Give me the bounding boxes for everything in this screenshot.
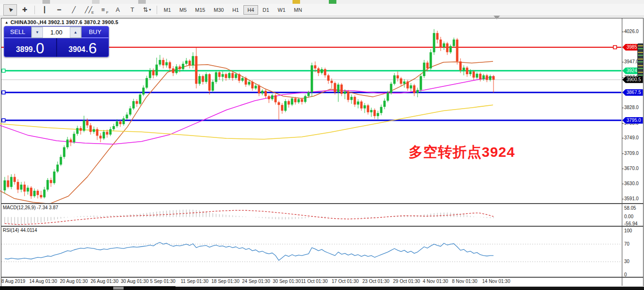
- date-label: 18 Sep 01:30: [211, 279, 240, 284]
- rsi-label: RSI(14) 44.0114: [3, 228, 37, 233]
- buy-price-main: 3904: [68, 46, 85, 53]
- price-tick-dash: [622, 184, 624, 184]
- timeframe-button-m1[interactable]: M1: [160, 5, 175, 15]
- sell-price-dot: .: [33, 46, 35, 53]
- macd-scale-label: -56.94: [624, 221, 637, 226]
- date-label: 8 Aug 2019: [1, 279, 25, 284]
- price-tick-dash: [622, 77, 624, 78]
- date-label: 20 Aug 01:30: [60, 279, 88, 284]
- chart-text-annotation: 多空转折点3924: [409, 143, 515, 162]
- clipped-icon: [138, 0, 146, 4]
- timeframe-button-mn[interactable]: MN: [290, 5, 306, 15]
- price-axis-divider: [622, 18, 622, 286]
- buy-price-dot: .: [86, 46, 88, 53]
- date-label: 14 Nov 01:30: [482, 279, 510, 284]
- price-tick-dash: [622, 138, 624, 138]
- chart-area[interactable]: [1, 18, 644, 287]
- drawing-tools-group: ►✚┃━╱╱╱E≡FAT⇅▾: [3, 4, 159, 16]
- equidistant-channel-tool[interactable]: ╱╱E: [82, 4, 95, 16]
- sell-button[interactable]: SELL: [4, 26, 31, 38]
- date-label: 11 Sep 01:30: [181, 279, 209, 284]
- toolbar-separator: [157, 6, 157, 14]
- sell-price[interactable]: 3899.0: [4, 38, 56, 57]
- date-label: 24 Sep 01:30: [242, 279, 270, 284]
- timeframe-group: M1M5M15M30H1H4D1W1MN: [159, 5, 306, 15]
- bottom-bar-segment: [176, 286, 644, 290]
- clipped-icon: [42, 0, 50, 4]
- timeframe-button-m30[interactable]: M30: [210, 5, 227, 15]
- price-tick-dash: [622, 154, 624, 154]
- chart-title: ▲CHINA300-,H4 3902.1 3907.6 3870.2 3900.…: [5, 19, 118, 25]
- date-label: 11 Oct 01:30: [301, 279, 328, 284]
- volume-value[interactable]: 1.00: [43, 27, 70, 38]
- trendline-tool[interactable]: ╱: [67, 4, 81, 16]
- cursor-tool[interactable]: ►: [3, 4, 17, 16]
- chart-title-text: CHINA300-,H4 3902.1 3907.6 3870.2 3900.5: [10, 19, 118, 25]
- pane-divider-macd[interactable]: [1, 203, 643, 204]
- date-label: 30 Aug 01:30: [121, 279, 149, 284]
- price-tick-label: 3630.0: [624, 181, 639, 186]
- timeframe-button-w1[interactable]: W1: [274, 5, 290, 15]
- one-click-trade-panel: SELL ▼ 1.00 ▲ BUY 3899.0 3904.6: [4, 26, 109, 57]
- volume-increase-button[interactable]: ▲: [70, 27, 81, 38]
- price-tick-dash: [622, 62, 624, 62]
- price-badge-3867.5: 3867.5: [622, 89, 643, 96]
- price-tick-label: 3749.0: [624, 135, 639, 140]
- timeframe-button-h1[interactable]: H1: [228, 5, 243, 15]
- clipped-icon: [329, 0, 336, 4]
- date-label: 14 Aug 01:30: [29, 279, 57, 284]
- macd-label: MACD(12,26,9) -7.34 3.87: [3, 205, 58, 210]
- vertical-line-tool[interactable]: ┃: [38, 4, 51, 16]
- rsi-scale-label: 70: [624, 241, 629, 247]
- rsi-scale-label: 0: [624, 272, 627, 277]
- timeframe-button-m15[interactable]: M15: [192, 5, 209, 15]
- price-tick-label: 4026.0: [624, 29, 639, 34]
- macd-scale-label: 0.00: [624, 214, 633, 219]
- mini-scrollbar[interactable]: [637, 43, 644, 77]
- pane-divider-rsi[interactable]: [1, 226, 643, 227]
- price-tick-dash: [622, 108, 624, 108]
- date-label: 5 Sep 01:30: [150, 279, 176, 284]
- volume-spinner: ▼ 1.00 ▲: [31, 26, 82, 38]
- volume-decrease-button[interactable]: ▼: [32, 27, 43, 38]
- last-bar-marker-icon: [493, 16, 500, 19]
- price-tick-label: 3947.0: [624, 59, 639, 64]
- buy-button[interactable]: BUY: [82, 26, 109, 38]
- timeframe-button-m5[interactable]: M5: [176, 5, 190, 15]
- sell-price-big-digit: 0: [36, 42, 44, 55]
- text-label-tool[interactable]: T: [125, 4, 139, 16]
- collapse-panel-icon[interactable]: ▲: [5, 20, 8, 25]
- buy-price-big-digit: 6: [88, 42, 97, 55]
- price-tick-label: 3591.0: [624, 196, 639, 201]
- crosshair-tool[interactable]: ✚: [18, 4, 32, 16]
- sell-price-main: 3899: [16, 46, 33, 53]
- date-label: 8 Nov 01:30: [452, 279, 477, 284]
- timeframe-button-d1[interactable]: D1: [259, 5, 273, 15]
- date-label: 4 Nov 01:30: [423, 279, 448, 284]
- text-tool[interactable]: A: [111, 4, 125, 16]
- clipped-icon: [293, 0, 300, 4]
- price-badge-3900.5: 3900.5: [622, 77, 643, 83]
- toolbar-separator: [34, 6, 35, 14]
- price-tick-label: 3670.0: [624, 166, 639, 171]
- date-label: 30 Sep 01:30: [273, 279, 301, 284]
- toolbar: ►✚┃━╱╱╱E≡FAT⇅▾ M1M5M15M30H1H4D1W1MN: [0, 4, 644, 16]
- buy-price[interactable]: 3904.6: [56, 38, 109, 57]
- pane-divider-dates: [1, 277, 643, 278]
- price-tick-dash: [622, 199, 624, 199]
- arrows-tool[interactable]: ⇅▾: [140, 4, 154, 16]
- price-tick-label: 3828.0: [624, 105, 639, 110]
- horizontal-line-tool[interactable]: ━: [52, 4, 66, 16]
- rsi-scale-label: 30: [624, 259, 629, 264]
- price-tick-dash: [622, 169, 624, 169]
- price-tick-label: 3709.0: [624, 151, 639, 156]
- price-tick-dash: [622, 32, 624, 32]
- fibonacci-tool[interactable]: ≡F: [96, 4, 110, 16]
- price-tick-dash: [622, 123, 624, 124]
- clipped-bottom-bar: [0, 286, 644, 290]
- clipped-icon: [92, 0, 100, 4]
- date-label: 17 Oct 01:30: [332, 279, 359, 284]
- bottom-bar-segment: [113, 287, 124, 290]
- price-badge-3795.0: 3795.0: [622, 117, 643, 124]
- timeframe-button-h4[interactable]: H4: [243, 5, 258, 15]
